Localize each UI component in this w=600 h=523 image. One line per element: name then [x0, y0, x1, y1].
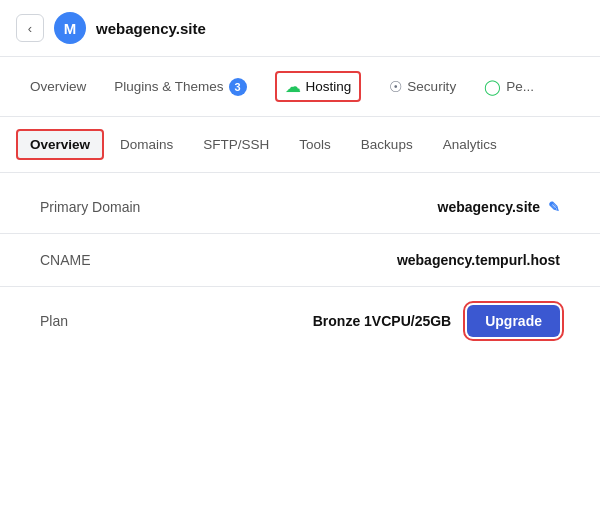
avatar: M: [54, 12, 86, 44]
primary-domain-label: Primary Domain: [40, 199, 140, 215]
back-button[interactable]: ‹: [16, 14, 44, 42]
sub-tab-analytics-label: Analytics: [443, 137, 497, 152]
nav-tab-performance[interactable]: ◯ Pe...: [470, 64, 548, 110]
cname-row: CNAME webagency.tempurl.host: [0, 234, 600, 287]
sub-tab-tools[interactable]: Tools: [285, 129, 345, 160]
cloud-icon: ☁: [285, 77, 301, 96]
nav-tab-security[interactable]: ☉ Security: [375, 64, 470, 110]
sub-tab-backups-label: Backups: [361, 137, 413, 152]
sub-tab-sftp-label: SFTP/SSH: [203, 137, 269, 152]
nav-tab-hosting[interactable]: ☁ Hosting: [261, 57, 376, 116]
plugins-badge: 3: [229, 78, 247, 96]
nav-tab-plugins[interactable]: Plugins & Themes 3: [100, 64, 260, 110]
plan-info: Bronze 1VCPU/25GB Upgrade: [313, 305, 560, 337]
top-bar: ‹ M webagency.site: [0, 0, 600, 57]
nav-tab-hosting-label: Hosting: [306, 79, 352, 94]
nav-tab-plugins-label: Plugins & Themes: [114, 79, 223, 94]
plan-label: Plan: [40, 313, 68, 329]
sub-tab-overview-label: Overview: [30, 137, 90, 152]
hosting-box: ☁ Hosting: [275, 71, 362, 102]
perf-icon: ◯: [484, 78, 501, 96]
sub-tab-domains[interactable]: Domains: [106, 129, 187, 160]
primary-domain-value: webagency.site ✎: [438, 199, 560, 215]
shield-icon: ☉: [389, 78, 402, 96]
nav-tab-performance-label: Pe...: [506, 79, 534, 94]
primary-domain-text: webagency.site: [438, 199, 540, 215]
sub-tab-sftp[interactable]: SFTP/SSH: [189, 129, 283, 160]
sub-tab-backups[interactable]: Backups: [347, 129, 427, 160]
main-nav: Overview Plugins & Themes 3 ☁ Hosting ☉ …: [0, 57, 600, 117]
cname-label: CNAME: [40, 252, 91, 268]
sub-tab-tools-label: Tools: [299, 137, 331, 152]
plan-value: Bronze 1VCPU/25GB: [313, 313, 451, 329]
plan-row: Plan Bronze 1VCPU/25GB Upgrade: [0, 287, 600, 355]
upgrade-button[interactable]: Upgrade: [467, 305, 560, 337]
site-title: webagency.site: [96, 20, 206, 37]
nav-tab-overview-label: Overview: [30, 79, 86, 94]
sub-tab-analytics[interactable]: Analytics: [429, 129, 511, 160]
sub-tab-overview[interactable]: Overview: [16, 129, 104, 160]
cname-value: webagency.tempurl.host: [397, 252, 560, 268]
nav-tab-security-label: Security: [407, 79, 456, 94]
edit-domain-icon[interactable]: ✎: [548, 199, 560, 215]
sub-tab-domains-label: Domains: [120, 137, 173, 152]
primary-domain-row: Primary Domain webagency.site ✎: [0, 181, 600, 234]
sub-nav: Overview Domains SFTP/SSH Tools Backups …: [0, 117, 600, 173]
nav-tab-overview[interactable]: Overview: [16, 65, 100, 108]
content-area: Primary Domain webagency.site ✎ CNAME we…: [0, 173, 600, 363]
